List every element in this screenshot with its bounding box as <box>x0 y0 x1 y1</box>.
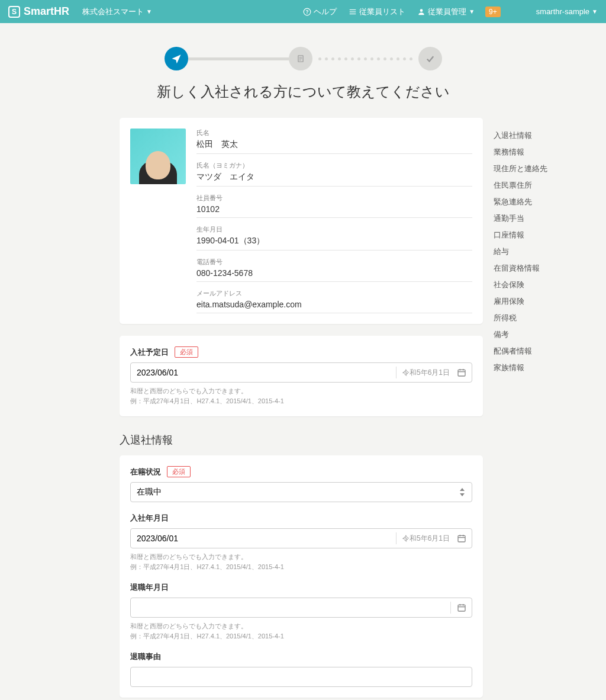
company-name: 株式会社スマート <box>82 7 144 17</box>
svg-rect-3 <box>350 11 356 12</box>
leave-reason-field: 退職事由 <box>130 651 472 687</box>
side-nav-item-commute[interactable]: 通勤手当 <box>494 210 600 227</box>
side-nav-item-salary[interactable]: 給与 <box>494 243 600 260</box>
logo-text: SmartHR <box>24 5 69 18</box>
field-label: 生年月日 <box>196 225 472 234</box>
leave-reason-label: 退職事由 <box>130 651 161 662</box>
svg-rect-16 <box>458 535 465 542</box>
user-menu[interactable]: smarthr-sample ▼ <box>536 7 598 16</box>
leave-reason-input[interactable] <box>130 667 472 687</box>
profile-field-phone: 電話番号 080-1234-5678 <box>196 258 472 282</box>
side-nav-item-income-tax[interactable]: 所得税 <box>494 310 600 326</box>
side-nav-item-social-insurance[interactable]: 社会保険 <box>494 277 600 293</box>
side-nav-item-address[interactable]: 現住所と連絡先 <box>494 160 600 177</box>
side-nav: 入退社情報 業務情報 現住所と連絡先 住民票住所 緊急連絡先 通勤手当 口座情報… <box>494 118 600 376</box>
side-nav-item-employment-insurance[interactable]: 雇用保険 <box>494 293 600 310</box>
planned-join-card: 入社予定日 必須 令和5年6月1日 和暦と西暦のどちらでも入力できます。 例：平… <box>120 336 483 416</box>
side-nav-item-resident[interactable]: 住民票住所 <box>494 177 600 194</box>
caret-down-icon: ▼ <box>469 8 475 15</box>
global-header: S SmartHR 株式会社スマート ▼ ? ヘルプ 従業員リスト 従業員管理 … <box>0 0 606 23</box>
help-label: ヘルプ <box>314 7 337 17</box>
list-icon <box>349 8 357 16</box>
person-icon <box>417 8 426 16</box>
progress-bar <box>0 23 606 82</box>
svg-rect-10 <box>458 370 465 376</box>
join-date-field: 入社年月日 令和5年6月1日 和暦と西暦のどちらでも入力できます。 例：平成27… <box>130 513 472 571</box>
side-nav-item-residence-status[interactable]: 在留資格情報 <box>494 260 600 277</box>
progress-step-final <box>418 47 442 70</box>
user-name: smarthr-sample <box>536 7 589 16</box>
side-nav-item-employment[interactable]: 入退社情報 <box>494 127 600 144</box>
caret-down-icon: ▼ <box>592 8 598 15</box>
progress-step-2 <box>289 47 312 70</box>
required-badge: 必須 <box>175 346 198 358</box>
employee-mgmt-link[interactable]: 従業員管理 ▼ <box>417 7 475 17</box>
profile-field-birthdate: 生年月日 1990-04-01（33） <box>196 225 472 251</box>
avatar <box>130 129 186 184</box>
profile-field-name-kana: 氏名（ヨミガナ） マツダ エイタ <box>196 161 472 187</box>
employment-status-field: 在籍状況 必須 <box>130 466 472 502</box>
side-nav-item-work[interactable]: 業務情報 <box>494 144 600 160</box>
content-area: 氏名 松田 英太 氏名（ヨミガナ） マツダ エイタ 社員番号 10102 生年月… <box>0 118 606 700</box>
field-value: eita.matsuda@example.com <box>196 300 472 309</box>
svg-rect-20 <box>458 605 465 611</box>
employee-mgmt-label: 従業員管理 <box>428 7 466 17</box>
calendar-icon[interactable] <box>450 602 466 614</box>
progress-step-1 <box>165 47 188 70</box>
employment-card: 在籍状況 必須 入社年月日 令和5年6月1日 <box>120 455 483 698</box>
wareki-hint: 令和5年6月1日 <box>396 532 450 544</box>
side-column: 入退社情報 業務情報 現住所と連絡先 住民票住所 緊急連絡先 通勤手当 口座情報… <box>494 118 600 700</box>
field-value: 松田 英太 <box>196 139 472 150</box>
profile-field-email: メールアドレス eita.matsuda@example.com <box>196 289 472 313</box>
employee-list-link[interactable]: 従業員リスト <box>349 7 405 17</box>
field-label: メールアドレス <box>196 289 472 298</box>
date-help: 和暦と西暦のどちらでも入力できます。 例：平成27年4月1日、H27.4.1、2… <box>130 386 472 406</box>
notification-badge[interactable]: 9+ <box>485 7 501 17</box>
profile-card: 氏名 松田 英太 氏名（ヨミガナ） マツダ エイタ 社員番号 10102 生年月… <box>120 118 483 324</box>
help-link[interactable]: ? ヘルプ <box>303 7 337 17</box>
wareki-hint: 令和5年6月1日 <box>396 367 450 378</box>
profile-field-employee-no: 社員番号 10102 <box>196 194 472 218</box>
svg-point-5 <box>420 9 423 12</box>
section-heading-employment: 入退社情報 <box>120 433 483 447</box>
svg-rect-2 <box>350 9 356 9</box>
caret-down-icon: ▼ <box>146 8 152 15</box>
side-nav-item-bank[interactable]: 口座情報 <box>494 227 600 243</box>
field-value: マツダ エイタ <box>196 172 472 182</box>
side-nav-item-family[interactable]: 家族情報 <box>494 359 600 376</box>
field-label: 氏名（ヨミガナ） <box>196 161 472 170</box>
svg-text:?: ? <box>306 9 309 14</box>
leave-date-field: 退職年月日 和暦と西暦のどちらでも入力できます。 例：平成27年4月1日、H27… <box>130 582 472 641</box>
leave-date-input[interactable] <box>130 598 472 618</box>
required-badge: 必須 <box>167 466 191 477</box>
date-help: 和暦と西暦のどちらでも入力できます。 例：平成27年4月1日、H27.4.1、2… <box>130 552 472 571</box>
field-value: 080-1234-5678 <box>196 268 472 278</box>
calendar-icon[interactable] <box>457 534 466 543</box>
employee-list-label: 従業員リスト <box>359 7 405 17</box>
employment-status-label: 在籍状況 <box>130 467 161 477</box>
progress-dots <box>318 57 412 60</box>
profile-fields: 氏名 松田 英太 氏名（ヨミガナ） マツダ エイタ 社員番号 10102 生年月… <box>196 129 472 313</box>
planned-join-field: 入社予定日 必須 令和5年6月1日 和暦と西暦のどちらでも入力できます。 例：平… <box>130 346 472 406</box>
side-nav-item-emergency[interactable]: 緊急連絡先 <box>494 194 600 210</box>
field-label: 社員番号 <box>196 194 472 203</box>
progress-line <box>188 57 289 60</box>
main-column: 氏名 松田 英太 氏名（ヨミガナ） マツダ エイタ 社員番号 10102 生年月… <box>120 118 483 700</box>
side-nav-item-spouse[interactable]: 配偶者情報 <box>494 343 600 359</box>
employment-status-select[interactable] <box>130 482 472 502</box>
logo[interactable]: S SmartHR <box>8 5 69 18</box>
calendar-icon[interactable] <box>457 368 466 377</box>
profile-field-name: 氏名 松田 英太 <box>196 129 472 154</box>
company-selector[interactable]: 株式会社スマート ▼ <box>82 7 152 17</box>
svg-rect-4 <box>350 13 356 14</box>
side-nav-item-remarks[interactable]: 備考 <box>494 326 600 343</box>
help-icon: ? <box>303 8 311 16</box>
field-label: 氏名 <box>196 129 472 137</box>
date-help: 和暦と西暦のどちらでも入力できます。 例：平成27年4月1日、H27.4.1、2… <box>130 621 472 641</box>
field-value: 1990-04-01（33） <box>196 236 472 246</box>
leave-date-label: 退職年月日 <box>130 582 169 593</box>
join-date-label: 入社年月日 <box>130 513 169 524</box>
field-label: 電話番号 <box>196 258 472 266</box>
field-value: 10102 <box>196 204 472 214</box>
logo-icon: S <box>8 6 20 18</box>
